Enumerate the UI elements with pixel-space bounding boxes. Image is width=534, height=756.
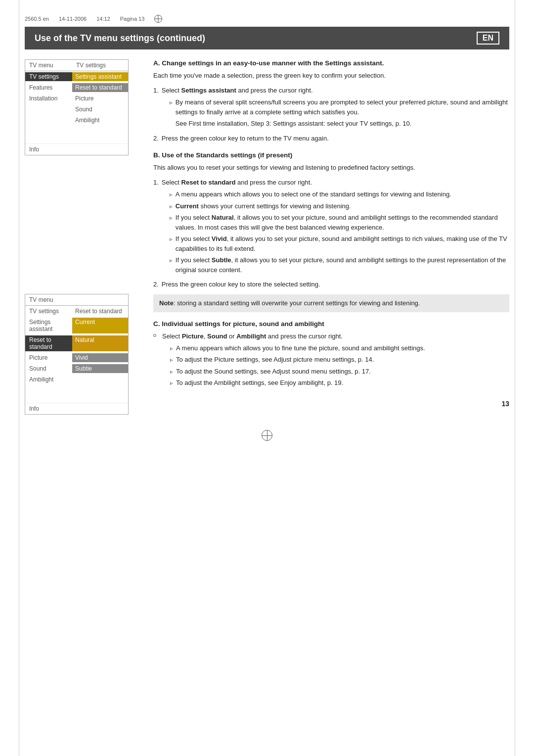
note-text: Note: storing a standard setting will ov… (159, 299, 420, 307)
menu-box-2-row3-col2: Natural (72, 335, 128, 351)
menu-box-1-row2-col1: Features (25, 83, 72, 92)
meta-code: 2560.5 en (25, 16, 49, 22)
left-column: TV menu TV settings TV settings Settings… (25, 59, 138, 425)
step-2-text: Press the green colour key to return to … (162, 134, 329, 143)
menu-box-2-header: TV menu (25, 294, 128, 306)
menu-box-2-row-1: TV settings Reset to standard (25, 306, 128, 317)
en-badge: EN (477, 32, 499, 45)
section-c-sub-3: ▹ To adjust the Sound settings, see Adju… (170, 367, 425, 377)
section-c-item-1: Select Picture, Sound or Ambilight and p… (153, 331, 509, 390)
page-number: 13 (153, 400, 509, 418)
section-c-heading: C. Individual settings for picture, soun… (153, 320, 509, 328)
step-b1-sub-4-text: If you select Vivid, it allows you to se… (176, 234, 509, 253)
menu-box-1-row5-col1 (25, 116, 72, 125)
bullet-b1-2: ▹ (170, 202, 173, 211)
bullet-b1-3: ▹ (170, 214, 173, 232)
menu-box-2-row-4: Picture Vivid (25, 352, 128, 363)
menu-box-2-header-col1: TV menu (29, 296, 76, 303)
menu-box-1-header-col1: TV menu (29, 62, 76, 69)
step-b1-sub-3-text: If you select Natural, it allows you to … (176, 213, 509, 232)
section-c-sub-2: ▹ To adjust the Picture settings, see Ad… (170, 355, 425, 365)
section-c-sub-1: ▹ A menu appears which allows you to fin… (170, 343, 425, 353)
menu-box-2-row2-col2: Current (72, 318, 128, 333)
menu-box-2-row5-col2: Subtle (72, 364, 128, 373)
section-a-step-2: 2. Press the green colour key to return … (153, 134, 509, 143)
menu-box-1-row-3: Installation Picture (25, 93, 128, 104)
right-column: A. Change settings in an easy-to-use man… (153, 59, 509, 425)
bullet-c1-1: ▹ (170, 344, 173, 353)
bottom-crosshair (25, 429, 509, 441)
step-1-sub-1-text: By means of several split screens/full s… (176, 97, 509, 117)
menu-box-1-row-5: Ambilight (25, 115, 128, 126)
step-b1-sub-5-text: If you select Subtle, it allows you to s… (176, 255, 509, 275)
section-b-step-2: 2. Press the green colour key to store t… (153, 280, 509, 289)
menu-box-1-row1-col1: TV settings (25, 72, 72, 81)
page-border-left (19, 0, 19, 756)
bullet-c1-2: ▹ (170, 356, 173, 365)
step-b1-sub-5: ▹ If you select Subtle, it allows you to… (170, 255, 509, 275)
step-b1-content: Select Reset to standard and press the c… (162, 178, 509, 277)
section-c-sub-4-text: To adjust the Ambilight settings, see En… (176, 378, 343, 388)
menu-box-1-row2-col2: Reset to standard (72, 83, 128, 92)
menu-box-1-row-7 (25, 134, 128, 142)
bullet-b1-1: ▹ (170, 190, 173, 199)
menu-box-1: TV menu TV settings TV settings Settings… (25, 59, 129, 155)
step-1-sub-2: ▹ See First time installation, Step 3: S… (170, 119, 509, 129)
menu-box-2-row-2: Settings assistant Current (25, 317, 128, 334)
note-box: Note: storing a standard setting will ov… (153, 294, 509, 312)
menu-box-2-row1-col2: Reset to standard (72, 307, 128, 316)
section-b-intro: This allows you to reset your settings f… (153, 163, 509, 173)
meta-date: 14-11-2006 (59, 16, 87, 22)
section-a-steps: 1. Select Settings assistant and press t… (153, 86, 509, 143)
bullet-c1-4: ▹ (170, 379, 173, 388)
menu-box-2-row4-col1: Picture (25, 353, 72, 362)
menu-box-2: TV menu TV settings Reset to standard Se… (25, 294, 129, 415)
section-a-intro: Each time you've made a selection, press… (153, 71, 509, 81)
step-b1-sub-1-text: A menu appears which allows you to selec… (176, 189, 451, 199)
meta-time: 14:12 (96, 16, 110, 22)
section-c-sub-1-text: A menu appears which allows you to fine … (176, 343, 425, 353)
menu-box-1-header: TV menu TV settings (25, 60, 128, 71)
circle-bullet-c1 (153, 334, 156, 337)
section-c-items: Select Picture, Sound or Ambilight and p… (153, 331, 509, 390)
step-b1-sub-4: ▹ If you select Vivid, it allows you to … (170, 234, 509, 253)
menu-box-2-footer: Info (25, 403, 128, 414)
section-c-item-1-text: Select Picture, Sound or Ambilight and p… (162, 332, 343, 340)
step-1-sublist: ▹ By means of several split screens/full… (170, 97, 509, 129)
menu-box-2-row5-col1: Sound (25, 364, 72, 373)
step-1-sub-2-text: See First time installation, Step 3: Set… (176, 119, 411, 129)
step-1-content: Select Settings assistant and press the … (162, 86, 509, 131)
menu-box-1-row-6 (25, 126, 128, 134)
menu-box-1-row3-col2: Picture (72, 94, 128, 103)
menu-box-2-row-6: Ambilight (25, 374, 128, 385)
crosshair-circle (262, 430, 272, 441)
step-1-sub-1: ▹ By means of several split screens/full… (170, 97, 509, 117)
meta-pagina: Pagina 13 (120, 16, 145, 22)
bullet-b1-5: ▹ (170, 256, 173, 275)
section-b-step-1: 1. Select Reset to standard and press th… (153, 178, 509, 277)
step-1-num: 1. (153, 86, 159, 131)
section-a-heading: A. Change settings in an easy-to-use man… (153, 59, 509, 67)
step-2-num: 2. (153, 134, 159, 143)
title-bar: Use of the TV menu settings (continued) … (25, 27, 509, 49)
meta-line: 2560.5 en 14-11-2006 14:12 Pagina 13 (25, 15, 509, 23)
bullet-b1-4: ▹ (170, 235, 173, 253)
section-c-sub-4: ▹ To adjust the Ambilight settings, see … (170, 378, 425, 388)
menu-box-1-row5-col2: Ambilight (72, 116, 128, 125)
menu-box-2-row4-col2: Vivid (72, 353, 128, 362)
menu-box-1-row3-col1: Installation (25, 94, 72, 103)
bullet-triangle-1: ▹ (170, 98, 173, 117)
section-b-steps: 1. Select Reset to standard and press th… (153, 178, 509, 289)
step-1-text: Select Settings assistant and press the … (162, 87, 313, 94)
menu-box-2-row6-col2 (72, 375, 128, 384)
section-a-step-1: 1. Select Settings assistant and press t… (153, 86, 509, 131)
menu-box-1-row4-col1 (25, 105, 72, 114)
bullet-c1-3: ▹ (170, 368, 173, 377)
step-b1-sub-2-text: Current shows your current settings for … (176, 201, 351, 211)
menu-box-1-header-col2: TV settings (76, 62, 124, 69)
menu-box-2-row2-col1: Settings assistant (25, 318, 72, 333)
step-b1-sub-2: ▹ Current shows your current settings fo… (170, 201, 509, 211)
menu-box-2-row-3: Reset to standard Natural (25, 334, 128, 352)
page-title: Use of the TV menu settings (continued) (35, 33, 205, 44)
menu-box-2-row-5: Sound Subtle (25, 363, 128, 374)
